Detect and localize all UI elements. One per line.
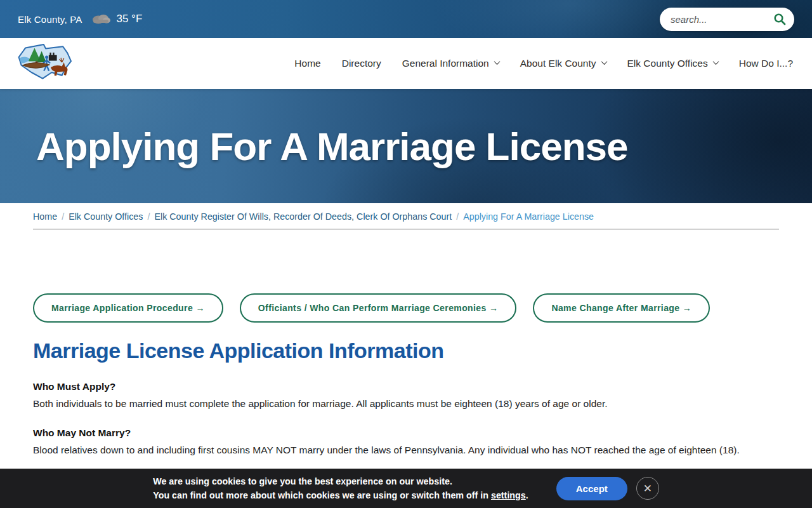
main-nav: Home Directory General Information About…	[294, 58, 793, 69]
nav-elk-county-offices[interactable]: Elk County Offices	[627, 58, 718, 69]
breadcrumb-elk-county-offices[interactable]: Elk County Offices	[69, 211, 143, 222]
section-heading: Who May Not Marry?	[33, 427, 779, 439]
search-icon[interactable]	[772, 12, 787, 27]
chevron-down-icon	[494, 58, 500, 65]
page: Elk County, PA 35 °F	[0, 0, 812, 508]
nav-about-elk-county[interactable]: About Elk County	[520, 58, 606, 69]
main-content: Home / Elk County Offices / Elk County R…	[0, 203, 812, 485]
site-header: Home Directory General Information About…	[0, 38, 812, 89]
section-who-must-apply: Who Must Apply? Both individuals to be m…	[33, 381, 779, 410]
close-icon[interactable]: ✕	[636, 477, 659, 500]
breadcrumb: Home / Elk County Offices / Elk County R…	[33, 203, 779, 222]
breadcrumb-separator: /	[147, 211, 150, 222]
weather-widget: 35 °F	[91, 11, 142, 27]
chevron-down-icon	[601, 58, 607, 65]
marriage-application-procedure-button[interactable]: Marriage Application Procedure →	[33, 293, 223, 323]
location-label: Elk County, PA	[18, 14, 82, 25]
cookie-message: We are using cookies to give you the bes…	[153, 474, 528, 502]
section-body: Blood relatives down to and including fi…	[33, 444, 779, 456]
breadcrumb-current-page: Applying For A Marriage License	[463, 211, 594, 222]
cloud-icon	[91, 11, 111, 27]
page-hero-title: Applying For A Marriage License	[36, 124, 627, 169]
cookie-settings-link[interactable]: settings	[491, 490, 526, 500]
section-body: Both individuals to be married must comp…	[33, 398, 779, 410]
nav-general-information[interactable]: General Information	[402, 58, 499, 69]
breadcrumb-divider	[33, 229, 779, 230]
page-title: Marriage License Application Information	[33, 338, 779, 363]
top-utility-bar: Elk County, PA 35 °F	[0, 0, 812, 38]
section-heading: Who Must Apply?	[33, 381, 779, 392]
breadcrumb-register-of-wills[interactable]: Elk County Register Of Wills, Recorder O…	[154, 211, 452, 222]
nav-directory[interactable]: Directory	[342, 58, 381, 69]
quick-links-row: Marriage Application Procedure → Officia…	[33, 293, 779, 323]
temperature-label: 35 °F	[116, 13, 142, 25]
breadcrumb-separator: /	[456, 211, 459, 222]
search-container	[660, 8, 794, 31]
nav-how-do-i[interactable]: How Do I...?	[739, 58, 793, 69]
breadcrumb-home[interactable]: Home	[33, 211, 57, 222]
section-who-may-not-marry: Who May Not Marry? Blood relatives down …	[33, 427, 779, 456]
accept-cookies-button[interactable]: Accept	[556, 477, 627, 500]
hero-banner: Applying For A Marriage License	[0, 89, 812, 203]
chevron-down-icon	[712, 58, 719, 65]
cookie-banner: We are using cookies to give you the bes…	[0, 469, 812, 508]
breadcrumb-separator: /	[62, 211, 64, 222]
nav-home[interactable]: Home	[294, 58, 320, 69]
name-change-button[interactable]: Name Change After Marriage →	[533, 293, 710, 323]
officiants-button[interactable]: Officiants / Who Can Perform Marriage Ce…	[240, 293, 517, 323]
cookie-line1: We are using cookies to give you the bes…	[153, 474, 528, 488]
cookie-line2: You can find out more about which cookie…	[153, 488, 528, 502]
elk-county-logo[interactable]	[15, 41, 76, 86]
